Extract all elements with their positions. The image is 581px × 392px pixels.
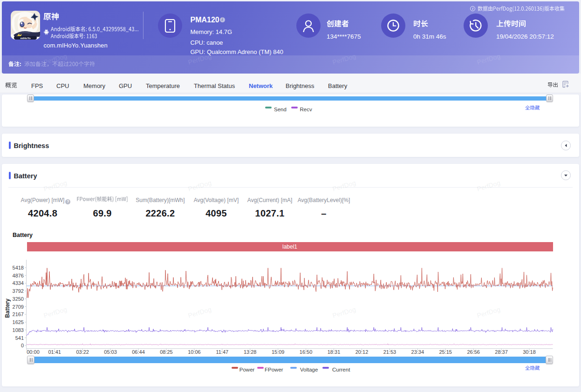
svg-text:2709: 2709 [13,304,24,310]
svg-text:03:22: 03:22 [76,349,89,355]
svg-text:541: 541 [15,335,24,341]
svg-text:15:09: 15:09 [272,349,285,355]
svg-text:28:37: 28:37 [495,349,508,355]
svg-text:06:44: 06:44 [132,349,145,355]
svg-text:miHoYo: miHoYo [20,37,31,40]
svg-text:23:34: 23:34 [411,349,424,355]
svg-text:1083: 1083 [13,327,24,333]
svg-text:01:41: 01:41 [48,349,61,355]
svg-text:3792: 3792 [13,288,24,294]
svg-text:5418: 5418 [13,265,24,270]
svg-text:0: 0 [21,343,24,348]
svg-text:30:18: 30:18 [523,349,536,355]
svg-text:08:25: 08:25 [160,349,173,355]
svg-text:16:50: 16:50 [300,349,313,355]
svg-text:26:56: 26:56 [467,349,480,355]
svg-text:4334: 4334 [13,280,24,286]
svg-text:18:31: 18:31 [328,349,341,355]
svg-text:Battery: Battery [4,298,11,318]
svg-text:11:47: 11:47 [216,349,228,355]
svg-text:13:28: 13:28 [244,349,257,355]
svg-text:1625: 1625 [13,319,24,325]
svg-text:05:03: 05:03 [104,349,117,355]
svg-text:00:00: 00:00 [27,349,40,355]
svg-text:20:12: 20:12 [355,349,369,355]
svg-text:21:53: 21:53 [383,349,396,355]
svg-text:2167: 2167 [13,311,24,317]
svg-text:25:15: 25:15 [439,349,452,355]
svg-text:10:06: 10:06 [188,349,201,355]
svg-text:3250: 3250 [13,296,24,302]
svg-text:4876: 4876 [13,273,24,278]
